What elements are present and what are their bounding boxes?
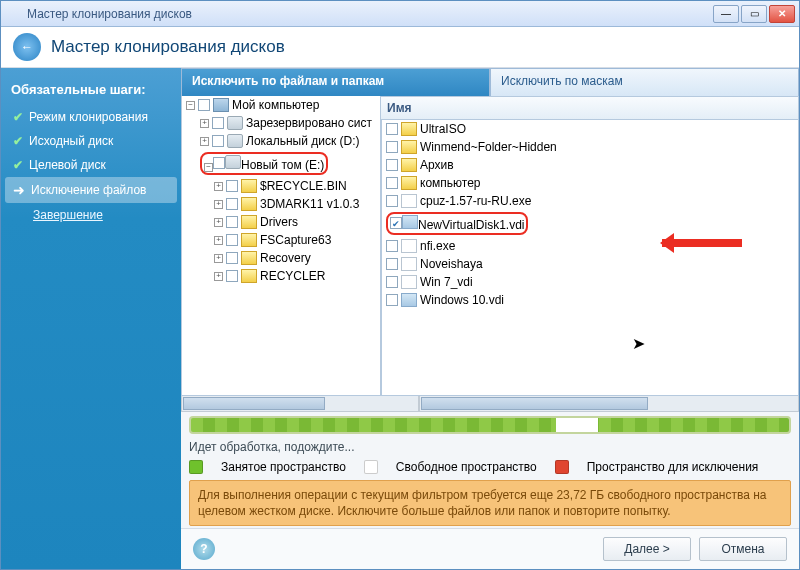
folder-icon [241,215,257,229]
tree-node-label: $RECYCLE.BIN [260,179,347,193]
checkbox[interactable] [386,177,398,189]
annotation-highlight: −Новый том (E:) [200,152,328,175]
checkbox[interactable] [386,276,398,288]
checkbox[interactable] [212,135,224,147]
computer-icon [213,98,229,112]
expand-icon[interactable]: + [214,236,223,245]
tree-node-label: RECYCLER [260,269,325,283]
titlebar: Мастер клонирования дисков — ▭ ✕ [1,1,799,27]
tree-node-label: Новый том (E:) [241,158,324,172]
file-label: cpuz-1.57-ru-RU.exe [420,194,531,208]
checkbox[interactable] [390,217,402,229]
step-exclude-files[interactable]: ➜ Исключение файлов [5,177,177,203]
step-finish[interactable]: Завершение [5,203,177,227]
file-icon [401,194,417,208]
checkbox[interactable] [386,159,398,171]
cfile-icon [401,293,417,307]
tree-node[interactable]: +Зарезервировано сист [182,114,380,132]
swatch-free-icon [364,460,378,474]
tree-node[interactable]: −Новый том (E:) [182,150,380,177]
folder-tree[interactable]: −Мой компьютер+Зарезервировано сист+Лока… [181,96,381,396]
tab-exclude-by-masks[interactable]: Исключить по маскам [490,68,799,96]
file-label: компьютер [420,176,481,190]
checkbox[interactable] [198,99,210,111]
checkbox[interactable] [226,252,238,264]
expand-icon[interactable]: + [200,137,209,146]
arrow-right-icon: ➜ [13,182,25,198]
file-list[interactable]: ➤ UltraISOWinmend~Folder~HiddenАрхивкомп… [381,120,799,396]
legend-excluded: Пространство для исключения [587,460,759,474]
next-button[interactable]: Далее > [603,537,691,561]
maximize-button[interactable]: ▭ [741,5,767,23]
tree-node-label: Зарезервировано сист [246,116,372,130]
page-title: Мастер клонирования дисков [51,37,285,57]
file-label: Windows 10.vdi [420,293,504,307]
checkbox[interactable] [226,198,238,210]
tree-node[interactable]: +Drivers [182,213,380,231]
file-label: Архив [420,158,454,172]
swatch-used-icon [189,460,203,474]
tree-node[interactable]: +FSCapture63 [182,231,380,249]
back-button[interactable]: ← [13,33,41,61]
file-row[interactable]: Windows 10.vdi [382,291,798,309]
file-label: Noveishaya [420,257,483,271]
arrow-left-icon: ← [21,40,33,54]
step-target-disk[interactable]: ✔ Целевой диск [5,153,177,177]
annotation-highlight: NewVirtualDisk1.vdi [386,212,528,235]
tree-node[interactable]: +3DMARK11 v1.0.3 [182,195,380,213]
disk-icon [225,155,241,169]
minimize-button[interactable]: — [713,5,739,23]
file-row[interactable]: UltraISO [382,120,798,138]
collapse-icon[interactable]: − [186,101,195,110]
checkbox[interactable] [386,123,398,135]
checkbox[interactable] [226,270,238,282]
expand-icon[interactable]: + [214,254,223,263]
expand-icon[interactable]: + [214,218,223,227]
tree-node[interactable]: +RECYCLER [182,267,380,285]
list-scrollbar[interactable] [419,396,799,412]
file-row[interactable]: NewVirtualDisk1.vdi [382,210,798,237]
tree-node[interactable]: +$RECYCLE.BIN [182,177,380,195]
checkbox[interactable] [386,240,398,252]
help-button[interactable]: ? [193,538,215,560]
expand-icon[interactable]: + [214,182,223,191]
cancel-button[interactable]: Отмена [699,537,787,561]
step-clone-mode[interactable]: ✔ Режим клонирования [5,105,177,129]
file-row[interactable]: компьютер [382,174,798,192]
window-title: Мастер клонирования дисков [27,7,713,21]
expand-icon[interactable]: + [214,200,223,209]
folder-icon [241,251,257,265]
tab-exclude-by-files[interactable]: Исключить по файлам и папкам [181,68,490,96]
checkbox[interactable] [226,234,238,246]
checkbox[interactable] [386,195,398,207]
expand-icon[interactable]: + [200,119,209,128]
checkbox[interactable] [226,216,238,228]
checkbox[interactable] [386,258,398,270]
file-row[interactable]: Winmend~Folder~Hidden [382,138,798,156]
checkbox[interactable] [386,141,398,153]
file-row[interactable]: cpuz-1.57-ru-RU.exe [382,192,798,210]
app-icon [5,6,21,22]
file-row[interactable]: Noveishaya [382,255,798,273]
expand-icon[interactable]: + [214,272,223,281]
file-label: Win 7_vdi [420,275,473,289]
tree-node[interactable]: −Мой компьютер [182,96,380,114]
checkbox[interactable] [212,117,224,129]
checkbox[interactable] [213,157,225,169]
tree-node[interactable]: +Recovery [182,249,380,267]
tree-node[interactable]: +Локальный диск (D:) [182,132,380,150]
close-button[interactable]: ✕ [769,5,795,23]
disk-icon [227,134,243,148]
column-header-name[interactable]: Имя [381,96,799,120]
legend-used: Занятое пространство [221,460,346,474]
checkbox[interactable] [226,180,238,192]
folder-icon [241,179,257,193]
checkbox[interactable] [386,294,398,306]
tree-scrollbar[interactable] [181,396,419,412]
file-row[interactable]: Win 7_vdi [382,273,798,291]
tree-node-label: FSCapture63 [260,233,331,247]
collapse-icon[interactable]: − [204,163,213,172]
file-row[interactable]: Архив [382,156,798,174]
folder-icon [241,197,257,211]
step-source-disk[interactable]: ✔ Исходный диск [5,129,177,153]
